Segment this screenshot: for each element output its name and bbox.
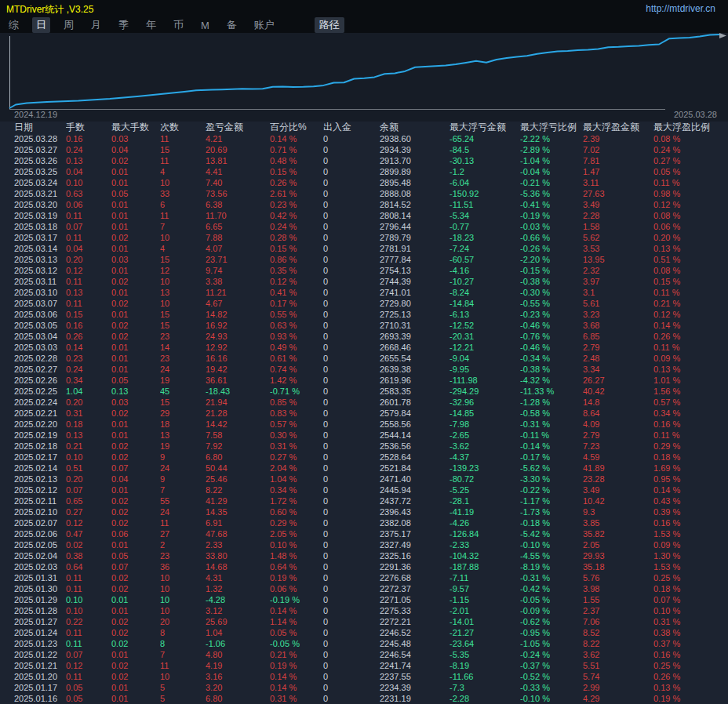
- table-cell: 5: [160, 693, 206, 704]
- table-cell: 0.05 %: [653, 166, 728, 177]
- table-cell: 0.31: [66, 408, 111, 419]
- table-cell: -0.38 %: [520, 364, 583, 375]
- site-link[interactable]: http://mtdriver.cn: [646, 3, 715, 14]
- table-cell: 0.11: [66, 583, 111, 594]
- menu-item-备[interactable]: 备: [223, 17, 241, 33]
- table-cell: 2025.01.27: [14, 616, 66, 627]
- table-cell: 2025.02.19: [14, 430, 66, 441]
- table-cell: 0.18: [66, 419, 111, 430]
- table-cell: 24: [160, 364, 206, 375]
- table-cell: 6.80: [206, 693, 270, 704]
- table-cell: 8: [160, 627, 206, 638]
- table-cell: 0.01: [111, 594, 160, 605]
- table-cell: 2025.03.21: [14, 188, 66, 199]
- table-cell: 0.49 %: [270, 342, 323, 353]
- table-cell: 0.01: [111, 287, 160, 298]
- table-cell: 0.10 %: [270, 539, 323, 550]
- table-cell: 2025.01.31: [14, 572, 66, 583]
- table-cell: 2025.03.17: [14, 232, 66, 243]
- table-cell: -1.04 %: [520, 155, 583, 166]
- table-cell: 5.74: [583, 671, 653, 682]
- menu-item-年[interactable]: 年: [142, 17, 160, 33]
- table-cell: 1.01 %: [653, 375, 728, 386]
- table-cell: -0.10 %: [520, 693, 583, 704]
- table-cell: 0.19 %: [270, 572, 323, 583]
- menu-item-币[interactable]: 币: [169, 17, 187, 33]
- path-button[interactable]: 路径: [315, 17, 344, 33]
- table-cell: 0: [323, 166, 380, 177]
- table-cell: 73.56: [206, 188, 270, 199]
- table-cell: 0: [323, 594, 380, 605]
- table-cell: 0.08 %: [653, 265, 728, 276]
- table-cell: 0: [323, 320, 380, 331]
- table-cell: 3.11: [583, 177, 653, 188]
- table-cell: 15: [160, 254, 206, 265]
- table-cell: 7.40: [206, 177, 270, 188]
- table-cell: 11: [160, 517, 206, 528]
- menu-item-月[interactable]: 月: [87, 17, 105, 33]
- table-cell: 0: [323, 188, 380, 199]
- table-cell: 0.13: [66, 430, 111, 441]
- table-cell: -5.35: [450, 649, 520, 660]
- table-row: 2025.03.260.130.021113.810.48 %02913.70-…: [0, 155, 728, 166]
- menu-item-账户[interactable]: 账户: [250, 17, 278, 33]
- table-cell: 0.01: [111, 309, 160, 320]
- table-row: 2025.01.230.110.028-1.06-0.05 %02245.48-…: [0, 638, 728, 649]
- table-cell: 0.05: [66, 682, 111, 693]
- table-cell: 0.22: [66, 616, 111, 627]
- table-cell: 0: [323, 408, 380, 419]
- table-cell: 1.48 %: [270, 550, 323, 561]
- table-cell: 2025.03.27: [14, 144, 66, 155]
- table-cell: 0.19 %: [653, 693, 728, 704]
- table-cell: 0.13 %: [653, 682, 728, 693]
- menu-item-周[interactable]: 周: [60, 17, 78, 33]
- menu-item-综[interactable]: 综: [5, 17, 23, 33]
- table-cell: 3.16: [206, 671, 270, 682]
- table-cell: -2.89 %: [520, 144, 583, 155]
- table-cell: 6.80: [206, 452, 270, 463]
- table-cell: 0: [323, 452, 380, 463]
- table-cell: -4.32 %: [520, 375, 583, 386]
- table-cell: 0.15 %: [653, 276, 728, 287]
- menu-item-M[interactable]: M: [197, 19, 213, 32]
- table-row: 2025.01.290.100.0110-4.28-0.19 %02271.05…: [0, 594, 728, 605]
- table-cell: 0: [323, 583, 380, 594]
- table-cell: 0.03: [111, 254, 160, 265]
- table-cell: 2025.02.25: [14, 386, 66, 397]
- table-cell: 0.12 %: [653, 309, 728, 320]
- table-cell: 2025.02.13: [14, 474, 66, 484]
- table-cell: 2025.03.10: [14, 287, 66, 298]
- table-cell: 15: [160, 397, 206, 408]
- table-cell: 0.26 %: [653, 331, 728, 342]
- table-cell: -0.23 %: [520, 309, 583, 320]
- table-cell: 2789.79: [380, 232, 450, 243]
- menu-item-季[interactable]: 季: [115, 17, 133, 33]
- table-cell: 2710.31: [380, 320, 450, 331]
- table-cell: 0.01: [111, 199, 160, 210]
- table-cell: -5.42 %: [520, 528, 583, 539]
- table-cell: 0.01: [111, 539, 160, 550]
- table-cell: 0.61 %: [270, 353, 323, 364]
- table-cell: 0.15: [66, 309, 111, 320]
- table-cell: 2.05: [583, 539, 653, 550]
- table-cell: 0.02: [111, 298, 160, 309]
- column-header: 最大手数: [111, 122, 160, 133]
- table-cell: 0.16: [66, 320, 111, 331]
- table-cell: 1.72 %: [270, 495, 323, 506]
- table-cell: 2025.02.04: [14, 550, 66, 561]
- table-cell: 8.52: [583, 627, 653, 638]
- table-cell: 0.13: [66, 155, 111, 166]
- table-row: 2025.02.030.640.073614.680.64 %02291.36-…: [0, 561, 728, 572]
- table-cell: 0.11: [66, 638, 111, 649]
- menu-item-日[interactable]: 日: [32, 17, 50, 33]
- table-cell: 1.56 %: [653, 386, 728, 397]
- table-cell: 2025.01.21: [14, 660, 66, 671]
- table-cell: 0: [323, 375, 380, 386]
- table-cell: 0: [323, 144, 380, 155]
- table-cell: 0.38 %: [653, 627, 728, 638]
- table-cell: -0.31 %: [520, 419, 583, 430]
- table-row: 2025.01.200.110.02103.160.14 %02237.55-1…: [0, 671, 728, 682]
- table-cell: -187.88: [450, 561, 520, 572]
- table-cell: 2.99: [583, 682, 653, 693]
- table-cell: 2025.02.18: [14, 441, 66, 452]
